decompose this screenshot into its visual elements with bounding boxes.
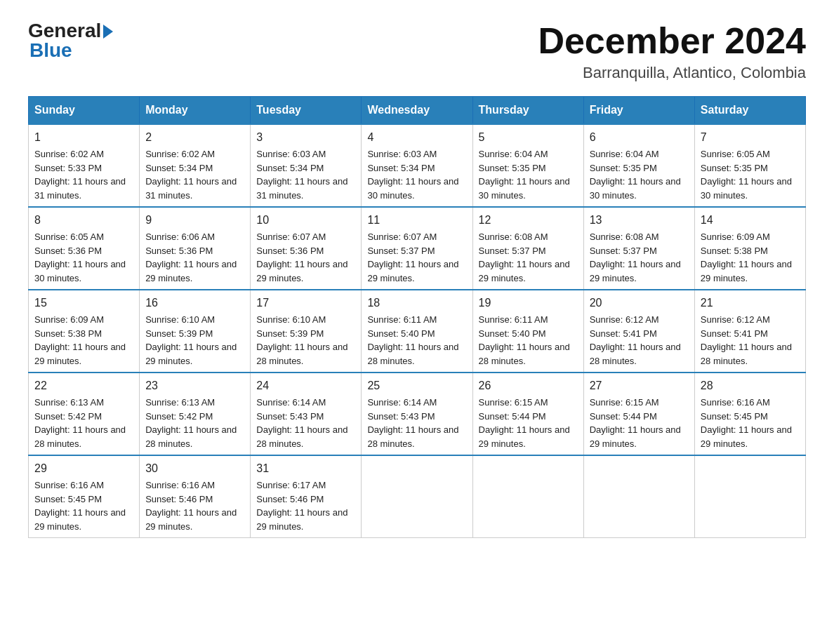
day-number: 30 <box>145 460 244 477</box>
day-number: 19 <box>479 295 578 311</box>
day-info: Sunrise: 6:12 AMSunset: 5:41 PMDaylight:… <box>701 313 800 368</box>
calendar-cell: 16Sunrise: 6:10 AMSunset: 5:39 PMDayligh… <box>140 290 251 373</box>
day-info: Sunrise: 6:17 AMSunset: 5:46 PMDaylight:… <box>256 478 355 533</box>
calendar-week-row: 15Sunrise: 6:09 AMSunset: 5:38 PMDayligh… <box>29 290 806 373</box>
day-number: 21 <box>701 295 800 311</box>
day-number: 24 <box>256 377 355 394</box>
day-number: 1 <box>34 129 133 146</box>
calendar-cell: 14Sunrise: 6:09 AMSunset: 5:38 PMDayligh… <box>694 207 805 290</box>
day-info: Sunrise: 6:16 AMSunset: 5:45 PMDaylight:… <box>701 396 800 450</box>
day-info: Sunrise: 6:15 AMSunset: 5:44 PMDaylight:… <box>479 396 578 450</box>
day-number: 27 <box>590 377 689 394</box>
weekday-header-wednesday: Wednesday <box>362 97 472 125</box>
day-info: Sunrise: 6:09 AMSunset: 5:38 PMDaylight:… <box>701 230 800 285</box>
day-info: Sunrise: 6:14 AMSunset: 5:43 PMDaylight:… <box>367 396 466 450</box>
weekday-header-saturday: Saturday <box>694 97 805 125</box>
calendar-cell: 17Sunrise: 6:10 AMSunset: 5:39 PMDayligh… <box>251 290 362 373</box>
calendar-cell: 4Sunrise: 6:03 AMSunset: 5:34 PMDaylight… <box>362 124 472 207</box>
day-info: Sunrise: 6:13 AMSunset: 5:42 PMDaylight:… <box>34 396 133 450</box>
calendar-cell: 13Sunrise: 6:08 AMSunset: 5:37 PMDayligh… <box>583 207 694 290</box>
calendar-cell: 1Sunrise: 6:02 AMSunset: 5:33 PMDaylight… <box>29 124 140 207</box>
day-info: Sunrise: 6:16 AMSunset: 5:46 PMDaylight:… <box>145 478 244 533</box>
day-info: Sunrise: 6:14 AMSunset: 5:43 PMDaylight:… <box>256 396 355 450</box>
day-info: Sunrise: 6:04 AMSunset: 5:35 PMDaylight:… <box>479 147 578 202</box>
day-number: 9 <box>145 212 244 229</box>
day-info: Sunrise: 6:04 AMSunset: 5:35 PMDaylight:… <box>590 147 689 202</box>
calendar-cell: 8Sunrise: 6:05 AMSunset: 5:36 PMDaylight… <box>29 207 140 290</box>
calendar-cell: 31Sunrise: 6:17 AMSunset: 5:46 PMDayligh… <box>251 455 362 538</box>
calendar-week-row: 29Sunrise: 6:16 AMSunset: 5:45 PMDayligh… <box>29 455 806 538</box>
weekday-header-thursday: Thursday <box>472 97 583 125</box>
calendar-cell: 6Sunrise: 6:04 AMSunset: 5:35 PMDaylight… <box>583 124 694 207</box>
calendar-cell: 19Sunrise: 6:11 AMSunset: 5:40 PMDayligh… <box>472 290 583 373</box>
day-info: Sunrise: 6:13 AMSunset: 5:42 PMDaylight:… <box>145 396 244 450</box>
calendar-cell: 27Sunrise: 6:15 AMSunset: 5:44 PMDayligh… <box>583 373 694 455</box>
day-number: 25 <box>367 377 466 394</box>
weekday-header-tuesday: Tuesday <box>251 97 362 125</box>
day-number: 23 <box>145 377 244 394</box>
calendar-cell: 26Sunrise: 6:15 AMSunset: 5:44 PMDayligh… <box>472 373 583 455</box>
day-info: Sunrise: 6:02 AMSunset: 5:33 PMDaylight:… <box>34 147 133 202</box>
day-info: Sunrise: 6:07 AMSunset: 5:36 PMDaylight:… <box>256 230 355 285</box>
calendar-week-row: 8Sunrise: 6:05 AMSunset: 5:36 PMDaylight… <box>29 207 806 290</box>
day-number: 10 <box>256 212 355 229</box>
calendar-cell: 25Sunrise: 6:14 AMSunset: 5:43 PMDayligh… <box>362 373 472 455</box>
weekday-header-row: SundayMondayTuesdayWednesdayThursdayFrid… <box>29 97 806 125</box>
day-number: 22 <box>34 377 133 394</box>
day-info: Sunrise: 6:15 AMSunset: 5:44 PMDaylight:… <box>590 396 689 450</box>
day-number: 4 <box>367 129 466 146</box>
logo-arrow-icon <box>103 25 113 39</box>
calendar-cell: 11Sunrise: 6:07 AMSunset: 5:37 PMDayligh… <box>362 207 472 290</box>
day-number: 8 <box>34 212 133 229</box>
calendar-subtitle: Barranquilla, Atlantico, Colombia <box>538 64 806 82</box>
day-info: Sunrise: 6:05 AMSunset: 5:36 PMDaylight:… <box>34 230 133 285</box>
day-number: 15 <box>34 295 133 311</box>
day-info: Sunrise: 6:10 AMSunset: 5:39 PMDaylight:… <box>256 313 355 368</box>
day-number: 29 <box>34 460 133 477</box>
day-number: 13 <box>590 212 689 229</box>
day-number: 20 <box>590 295 689 311</box>
logo-general-text: General <box>28 21 101 41</box>
calendar-cell <box>472 455 583 538</box>
day-info: Sunrise: 6:03 AMSunset: 5:34 PMDaylight:… <box>256 147 355 202</box>
calendar-cell: 24Sunrise: 6:14 AMSunset: 5:43 PMDayligh… <box>251 373 362 455</box>
calendar-cell: 5Sunrise: 6:04 AMSunset: 5:35 PMDaylight… <box>472 124 583 207</box>
calendar-title: December 2024 <box>538 21 806 61</box>
day-number: 5 <box>479 129 578 146</box>
day-info: Sunrise: 6:08 AMSunset: 5:37 PMDaylight:… <box>590 230 689 285</box>
day-info: Sunrise: 6:03 AMSunset: 5:34 PMDaylight:… <box>367 147 466 202</box>
calendar-cell: 28Sunrise: 6:16 AMSunset: 5:45 PMDayligh… <box>694 373 805 455</box>
day-number: 7 <box>701 129 800 146</box>
day-info: Sunrise: 6:02 AMSunset: 5:34 PMDaylight:… <box>145 147 244 202</box>
day-number: 6 <box>590 129 689 146</box>
calendar-cell: 2Sunrise: 6:02 AMSunset: 5:34 PMDaylight… <box>140 124 251 207</box>
calendar-cell <box>362 455 472 538</box>
day-info: Sunrise: 6:12 AMSunset: 5:41 PMDaylight:… <box>590 313 689 368</box>
day-number: 17 <box>256 295 355 311</box>
calendar-week-row: 22Sunrise: 6:13 AMSunset: 5:42 PMDayligh… <box>29 373 806 455</box>
day-info: Sunrise: 6:10 AMSunset: 5:39 PMDaylight:… <box>145 313 244 368</box>
calendar-body: 1Sunrise: 6:02 AMSunset: 5:33 PMDaylight… <box>29 124 806 538</box>
calendar-cell: 12Sunrise: 6:08 AMSunset: 5:37 PMDayligh… <box>472 207 583 290</box>
title-area: December 2024 Barranquilla, Atlantico, C… <box>538 21 806 82</box>
day-number: 28 <box>701 377 800 394</box>
calendar-cell: 3Sunrise: 6:03 AMSunset: 5:34 PMDaylight… <box>251 124 362 207</box>
day-number: 12 <box>479 212 578 229</box>
day-number: 3 <box>256 129 355 146</box>
day-number: 2 <box>145 129 244 146</box>
day-number: 11 <box>367 212 466 229</box>
day-info: Sunrise: 6:05 AMSunset: 5:35 PMDaylight:… <box>701 147 800 202</box>
weekday-header-sunday: Sunday <box>29 97 140 125</box>
logo-blue-text: Blue <box>29 41 72 60</box>
calendar-cell: 18Sunrise: 6:11 AMSunset: 5:40 PMDayligh… <box>362 290 472 373</box>
day-info: Sunrise: 6:11 AMSunset: 5:40 PMDaylight:… <box>479 313 578 368</box>
page-header: General Blue December 2024 Barranquilla,… <box>28 21 806 82</box>
day-number: 18 <box>367 295 466 311</box>
calendar-cell: 22Sunrise: 6:13 AMSunset: 5:42 PMDayligh… <box>29 373 140 455</box>
day-info: Sunrise: 6:09 AMSunset: 5:38 PMDaylight:… <box>34 313 133 368</box>
calendar-cell: 23Sunrise: 6:13 AMSunset: 5:42 PMDayligh… <box>140 373 251 455</box>
day-info: Sunrise: 6:11 AMSunset: 5:40 PMDaylight:… <box>367 313 466 368</box>
day-number: 14 <box>701 212 800 229</box>
calendar-header: SundayMondayTuesdayWednesdayThursdayFrid… <box>29 97 806 125</box>
calendar-cell <box>694 455 805 538</box>
